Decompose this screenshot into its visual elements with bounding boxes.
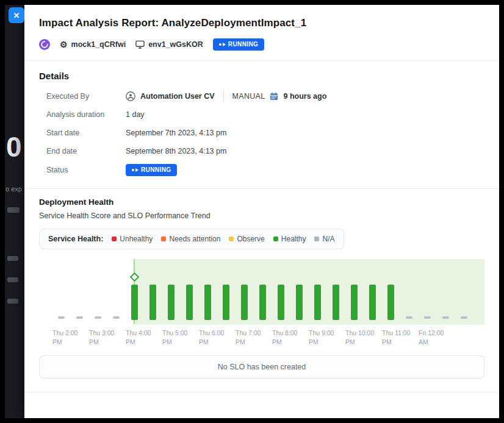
gear-icon: ⚙	[60, 40, 68, 49]
detail-label: End date	[46, 146, 126, 157]
service-logo-icon	[39, 39, 50, 50]
legend-item: N/A	[314, 235, 334, 243]
legend-swatch-icon	[112, 236, 117, 241]
detail-label: Executed By	[46, 91, 126, 102]
detail-value: 1 day	[126, 109, 145, 120]
detail-row-executed-by: Executed By Automation User CV MANUAL 9 …	[46, 91, 484, 102]
legend-swatch-icon	[161, 236, 166, 241]
legend-items: UnhealthyNeeds attentionObserveHealthyN/…	[112, 235, 334, 243]
status-badge: RUNNING	[213, 38, 264, 51]
health-bar[interactable]	[259, 285, 266, 320]
detail-row-end-date: End date September 8th 2023, 4:13 pm	[46, 146, 484, 157]
detail-value: September 8th 2023, 4:13 pm	[126, 146, 226, 157]
na-dash	[95, 316, 101, 319]
legend-title: Service Health:	[48, 235, 103, 243]
na-dash	[406, 316, 412, 319]
health-bar[interactable]	[333, 285, 339, 320]
user-avatar-icon	[126, 91, 135, 101]
axis-tick-label: Thu 6:00PM	[199, 329, 224, 346]
deployment-health-heading: Deployment Health	[39, 197, 484, 207]
health-bar[interactable]	[241, 285, 248, 320]
na-dash	[442, 316, 449, 319]
health-bar[interactable]	[296, 285, 303, 320]
detail-row-status: Status RUNNING	[46, 164, 484, 176]
detail-value: RUNNING	[126, 164, 177, 176]
axis-tick-label: Thu 4:00PM	[126, 329, 151, 346]
health-bar[interactable]	[168, 285, 175, 320]
health-bar[interactable]	[351, 285, 358, 320]
status-badge: RUNNING	[126, 164, 177, 176]
trigger-type: MANUAL	[232, 91, 265, 102]
legend-item: Needs attention	[161, 235, 220, 243]
modal-title: Impact Analysis Report: AnalyzeDeploymen…	[39, 17, 484, 29]
impact-analysis-modal: Impact Analysis Report: AnalyzeDeploymen…	[24, 5, 499, 418]
health-score-chart: Thu 2:00PMThu 3:00PMThu 4:00PMThu 5:00PM…	[39, 259, 484, 349]
detail-label: Status	[46, 165, 126, 176]
service-link[interactable]: ⚙ mock1_qCRfwi	[60, 40, 126, 49]
detail-row-start-date: Start date September 7th 2023, 4:13 pm	[46, 127, 484, 138]
health-bar[interactable]	[387, 285, 394, 320]
health-bar[interactable]	[204, 285, 211, 320]
health-bar[interactable]	[186, 285, 193, 320]
footer-divider	[24, 392, 499, 393]
deployment-health-section: Deployment Health Service Health Score a…	[24, 189, 499, 379]
detail-label: Analysis duration	[46, 109, 126, 120]
modal-header: Impact Analysis Report: AnalyzeDeploymen…	[24, 5, 499, 60]
na-dash	[76, 316, 83, 319]
meta-row: ⚙ mock1_qCRfwi env1_wGsKOR RUNNING	[39, 38, 484, 51]
legend-item: Unhealthy	[112, 235, 153, 243]
calendar-icon	[270, 92, 278, 101]
close-icon: ✕	[13, 12, 20, 20]
detail-value: Automation User CV MANUAL 9 hours ago	[126, 91, 326, 102]
occluded-icon	[7, 299, 18, 304]
details-heading: Details	[39, 71, 484, 81]
executed-by-user: Automation User CV	[140, 91, 215, 102]
occluded-text: o exp	[5, 185, 22, 193]
health-bar[interactable]	[278, 285, 284, 320]
legend-item: Healthy	[273, 235, 306, 243]
health-bar[interactable]	[131, 285, 138, 320]
axis-tick-label: Thu 11:00PM	[382, 329, 411, 346]
detail-value: September 7th 2023, 4:13 pm	[126, 127, 226, 138]
health-bar[interactable]	[223, 285, 229, 320]
occluded-icon	[7, 277, 18, 282]
environment-link[interactable]: env1_wGsKOR	[135, 40, 203, 49]
axis-tick-label: Thu 10:00PM	[345, 329, 374, 346]
executed-time: 9 hours ago	[283, 91, 326, 102]
axis-tick-label: Thu 2:00PM	[52, 329, 77, 346]
legend-swatch-icon	[273, 236, 278, 241]
axis-tick-label: Thu 5:00PM	[162, 329, 187, 346]
legend-swatch-icon	[314, 236, 319, 241]
na-dash	[113, 316, 120, 319]
health-bar[interactable]	[149, 285, 156, 320]
na-dash	[461, 316, 467, 319]
axis-tick-label: Thu 7:00PM	[236, 329, 261, 346]
detail-row-duration: Analysis duration 1 day	[46, 109, 484, 120]
occluded-icon	[7, 207, 20, 213]
chart-plot-area	[39, 259, 484, 325]
occluded-icon	[7, 256, 18, 261]
axis-tick-label: Thu 3:00PM	[89, 329, 114, 346]
service-name: mock1_qCRfwi	[71, 40, 126, 49]
na-dash	[58, 316, 65, 319]
axis-tick-label: Thu 9:00PM	[309, 329, 334, 346]
vertical-divider	[223, 91, 224, 102]
status-badge-label: RUNNING	[228, 41, 258, 48]
running-indicator-icon	[132, 169, 134, 171]
axis-tick-label: Fri 12:00AM	[419, 329, 444, 346]
environment-name: env1_wGsKOR	[148, 40, 203, 49]
status-badge-label: RUNNING	[141, 166, 171, 174]
chart-subtitle: Service Health Score and SLO Performance…	[39, 212, 484, 220]
na-dash	[424, 316, 431, 319]
no-slo-banner: No SLO has been created	[39, 355, 484, 379]
monitor-icon	[135, 40, 145, 49]
chart-x-axis: Thu 2:00PMThu 3:00PMThu 4:00PMThu 5:00PM…	[39, 329, 484, 349]
occluded-metric-value: 0	[6, 130, 22, 163]
axis-tick-label: Thu 8:00PM	[272, 329, 297, 346]
close-button[interactable]: ✕	[9, 7, 24, 23]
detail-label: Start date	[46, 127, 126, 138]
health-bar[interactable]	[314, 285, 321, 320]
health-bar[interactable]	[369, 285, 376, 320]
service-health-legend: Service Health: UnhealthyNeeds attention…	[39, 229, 344, 249]
running-indicator-icon	[219, 43, 221, 46]
